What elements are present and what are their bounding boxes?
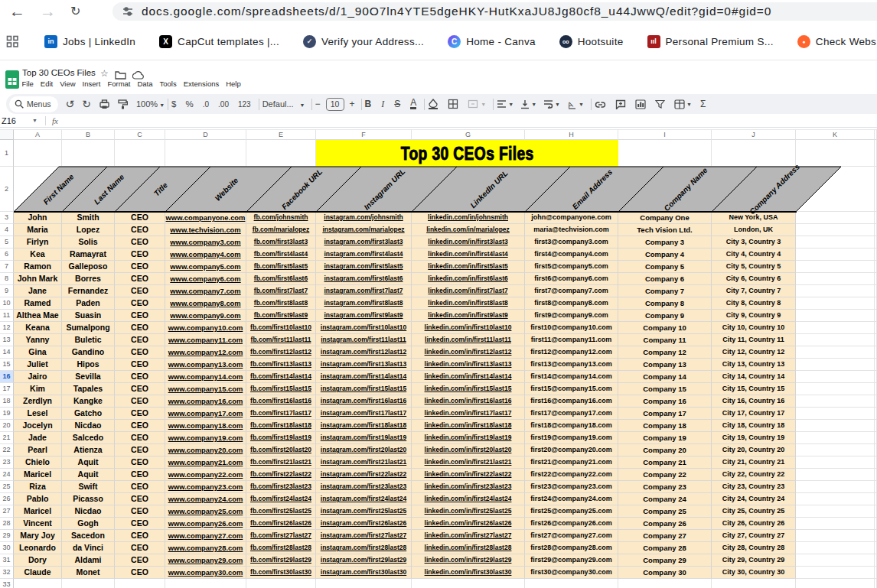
cell-K8[interactable] (796, 273, 875, 285)
cell-I11[interactable]: Company 9 (618, 310, 712, 322)
cell-H33[interactable] (525, 579, 618, 588)
cell-J30[interactable]: City 28, Country 28 (712, 542, 796, 554)
cell-I28[interactable]: Company 26 (618, 518, 712, 530)
menu-file[interactable]: File (18, 79, 37, 89)
cell-K31[interactable] (796, 554, 875, 567)
cell-I16[interactable]: Company 14 (618, 371, 712, 383)
back-icon[interactable]: ← (9, 0, 25, 22)
font-size-input[interactable]: 10 (326, 98, 344, 111)
cell-D21[interactable]: www.company19.com (165, 432, 246, 444)
cell-H4[interactable]: maria@techvision.com (525, 224, 618, 236)
col-header-A[interactable]: A (14, 129, 62, 140)
cell-B19[interactable]: Gatcho (62, 408, 115, 420)
cell-C11[interactable]: CEO (115, 310, 165, 322)
paint-format-button[interactable] (118, 99, 128, 109)
row-header-28[interactable]: 28 (0, 518, 14, 530)
cell-I1[interactable] (618, 140, 712, 167)
cell-C22[interactable]: CEO (115, 444, 165, 456)
insert-table-button[interactable] (674, 99, 685, 109)
cell-G22[interactable]: linkedin.com/in/first20last20 (412, 444, 525, 456)
cell-B30[interactable]: da Vinci (62, 542, 115, 554)
row-header-9[interactable]: 9 (0, 285, 14, 297)
name-box[interactable]: Z16 (2, 116, 31, 125)
cell-A32[interactable]: Claude (14, 567, 62, 579)
cell-K6[interactable] (796, 249, 875, 261)
cell-J24[interactable]: City 22, Country 22 (712, 469, 796, 481)
cell-A4[interactable]: Maria (14, 224, 62, 236)
cell-F26[interactable]: instagram.com/first24last24 (316, 493, 412, 505)
row-header-31[interactable]: 31 (0, 554, 14, 567)
borders-button[interactable] (448, 99, 458, 109)
cell-A7[interactable]: Ramon (14, 261, 62, 273)
cell-A12[interactable]: Keana (14, 322, 62, 334)
cell-G9[interactable]: linkedin.com/in/first7last7 (412, 285, 525, 297)
cell-H32[interactable]: first30@company30.com (525, 567, 618, 579)
cell-E32[interactable]: fb.com/first30last30 (246, 567, 316, 579)
cell-A8[interactable]: John Mark (14, 273, 62, 285)
cell-F19[interactable]: instagram.com/first17last17 (316, 408, 412, 420)
cell-G29[interactable]: linkedin.com/in/first27last27 (412, 530, 525, 542)
cell-E11[interactable]: fb.com/first9last9 (246, 310, 316, 322)
cell-G17[interactable]: linkedin.com/in/first15last15 (412, 383, 525, 395)
cell-I29[interactable]: Company 27 (618, 530, 712, 542)
cell-G4[interactable]: linkedin.com/in/marialopez (412, 224, 525, 236)
cell-F30[interactable]: instagram.com/first28last28 (316, 542, 412, 554)
cell-E3[interactable]: fb.com/johnsmith (246, 212, 316, 224)
cell-B15[interactable]: Hipos (62, 359, 115, 371)
cell-G30[interactable]: linkedin.com/in/first28last28 (412, 542, 525, 554)
cell-D4[interactable]: www.techvision.com (165, 224, 246, 236)
cell-G10[interactable]: linkedin.com/in/first8last8 (412, 297, 525, 310)
reload-icon[interactable]: ↻ (70, 0, 80, 22)
cell-E8[interactable]: fb.com/first6last6 (246, 273, 316, 285)
bookmark-check-webs[interactable]: ●Check Webs... (797, 35, 877, 48)
cell-G25[interactable]: linkedin.com/in/first23last23 (412, 481, 525, 493)
cell-H28[interactable]: first26@company26.com (525, 518, 618, 530)
cell-A14[interactable]: Gina (14, 346, 62, 359)
row-header-12[interactable]: 12 (0, 322, 14, 334)
cell-G18[interactable]: linkedin.com/in/first16last16 (412, 395, 525, 408)
row-header-4[interactable]: 4 (0, 224, 14, 236)
cell-E31[interactable]: fb.com/first29last29 (246, 554, 316, 567)
cell-F12[interactable]: instagram.com/first10last10 (316, 322, 412, 334)
row-header-30[interactable]: 30 (0, 542, 14, 554)
cell-A20[interactable]: Jocelyn (14, 420, 62, 432)
cell-B5[interactable]: Solis (62, 236, 115, 249)
cell-F33[interactable] (316, 579, 412, 588)
cell-A22[interactable]: Pearl (14, 444, 62, 456)
cell-K13[interactable] (796, 334, 875, 346)
cell-J12[interactable]: City 10, Country 10 (712, 322, 796, 334)
cell-E18[interactable]: fb.com/first16last16 (246, 395, 316, 408)
row-header-15[interactable]: 15 (0, 359, 14, 371)
cell-A5[interactable]: Firlyn (14, 236, 62, 249)
cell-J18[interactable]: City 16, Country 16 (712, 395, 796, 408)
cell-C18[interactable]: CEO (115, 395, 165, 408)
col-header-G[interactable]: G (412, 129, 525, 140)
zoom-select[interactable]: 100%▼ (136, 99, 165, 109)
name-box-caret[interactable]: ▼ (32, 118, 37, 123)
cell-G16[interactable]: linkedin.com/in/first14last14 (412, 371, 525, 383)
cell-C14[interactable]: CEO (115, 346, 165, 359)
cell-K9[interactable] (796, 285, 875, 297)
cell-K33[interactable] (796, 579, 875, 588)
cell-G26[interactable]: linkedin.com/in/first24last24 (412, 493, 525, 505)
cell-E1[interactable] (246, 140, 316, 167)
cell-F10[interactable]: instagram.com/first8last8 (316, 297, 412, 310)
cell-G12[interactable]: linkedin.com/in/first10last10 (412, 322, 525, 334)
cell-E17[interactable]: fb.com/first15last15 (246, 383, 316, 395)
cell-A10[interactable]: Ramed (14, 297, 62, 310)
cell-J20[interactable]: City 18, Country 18 (712, 420, 796, 432)
cell-B14[interactable]: Gandino (62, 346, 115, 359)
cell-J11[interactable]: City 9, Country 9 (712, 310, 796, 322)
bookmark-personal-premium-s[interactable]: ıılPersonal Premium S... (647, 35, 774, 48)
cell-B28[interactable]: Gogh (62, 518, 115, 530)
cell-E30[interactable]: fb.com/first28last28 (246, 542, 316, 554)
cell-B8[interactable]: Borres (62, 273, 115, 285)
cell-K26[interactable] (796, 493, 875, 505)
cell-E14[interactable]: fb.com/first12last12 (246, 346, 316, 359)
row-header-29[interactable]: 29 (0, 530, 14, 542)
cell-J29[interactable]: City 27, Country 27 (712, 530, 796, 542)
cell-D33[interactable] (165, 579, 246, 588)
cell-B23[interactable]: Aquit (62, 456, 115, 469)
cell-I12[interactable]: Company 10 (618, 322, 712, 334)
cell-I21[interactable]: Company 19 (618, 432, 712, 444)
